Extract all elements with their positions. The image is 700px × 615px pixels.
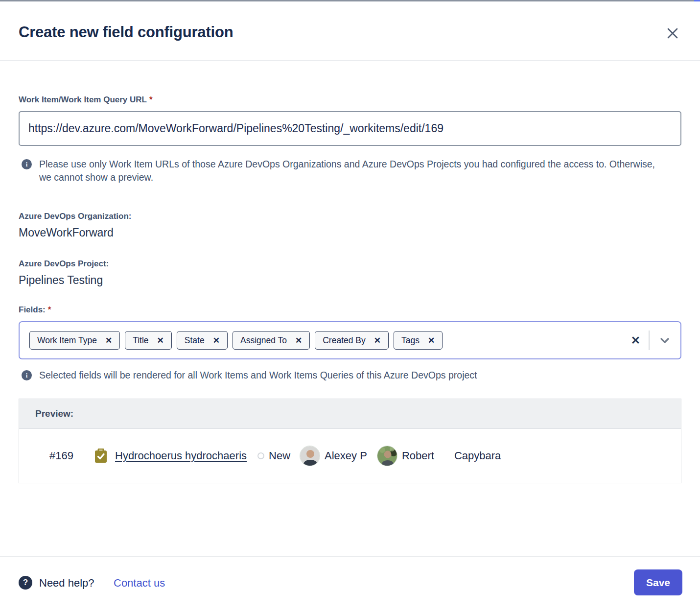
clear-all-icon[interactable]: ✕ (631, 335, 640, 346)
field-chip[interactable]: State✕ (177, 331, 228, 350)
work-item-title-link[interactable]: Hydrochoerus hydrochaeris (115, 449, 247, 462)
work-item-type-icon (94, 449, 107, 463)
work-item-tags: Capybara (454, 449, 501, 462)
fields-note: i Selected fields will be rendered for a… (22, 369, 477, 382)
info-icon: i (22, 370, 32, 380)
preview-panel: Preview: #169 Hydrochoerus hydrochaeris … (19, 399, 681, 483)
url-field-label: Work Item/Work Item Query URL* (19, 95, 153, 105)
close-icon (665, 25, 680, 41)
need-help-label: Need help? (39, 577, 94, 590)
window-top-border (0, 0, 700, 1)
url-note: i Please use only Work Item URLs of thos… (22, 158, 668, 184)
contact-us-link[interactable]: Contact us (114, 577, 165, 590)
field-chip-label: Title (133, 335, 148, 346)
work-item-id: #169 (49, 449, 77, 462)
project-value: Pipelines Testing (19, 274, 103, 287)
assigned-to-avatar (300, 446, 320, 466)
multiselect-controls: ✕ (631, 331, 672, 350)
remove-field-icon[interactable]: ✕ (105, 335, 112, 346)
save-button[interactable]: Save (634, 569, 682, 595)
required-asterisk: * (149, 95, 153, 104)
remove-field-icon[interactable]: ✕ (213, 335, 220, 346)
work-item-url-input[interactable] (19, 111, 681, 146)
close-button[interactable] (661, 22, 684, 45)
help-icon[interactable]: ? (19, 576, 32, 590)
required-asterisk: * (48, 305, 51, 314)
assigned-to-name: Alexey P (325, 449, 367, 462)
state-indicator-icon (257, 452, 264, 459)
field-chip-label: Tags (401, 335, 420, 346)
fields-label: Fields:* (19, 305, 51, 315)
field-chip[interactable]: Title✕ (125, 331, 172, 350)
work-item-state: New (269, 449, 290, 462)
preview-header: Preview: (19, 399, 681, 429)
field-chip[interactable]: Created By✕ (315, 331, 389, 350)
multiselect-divider (649, 331, 650, 350)
created-by-avatar (377, 446, 397, 466)
remove-field-icon[interactable]: ✕ (374, 335, 381, 346)
field-chip-label: Work Item Type (37, 335, 97, 346)
field-chip-label: Assigned To (240, 335, 287, 346)
page-title: Create new field configuration (19, 24, 233, 41)
info-icon: i (22, 159, 32, 169)
field-chip-label: State (185, 335, 205, 346)
field-chip-label: Created By (323, 335, 366, 346)
field-chip[interactable]: Work Item Type✕ (29, 331, 120, 350)
selected-fields-list: Work Item Type✕Title✕State✕Assigned To✕C… (29, 331, 631, 350)
created-by-name: Robert (402, 449, 434, 462)
organization-value: MoveWorkForward (19, 226, 114, 239)
remove-field-icon[interactable]: ✕ (295, 335, 302, 346)
field-chip[interactable]: Tags✕ (394, 331, 443, 350)
remove-field-icon[interactable]: ✕ (428, 335, 435, 346)
preview-work-item-row: #169 Hydrochoerus hydrochaeris New Alexe… (19, 429, 681, 483)
chevron-down-icon[interactable] (658, 333, 672, 347)
fields-note-text: Selected fields will be rendered for all… (39, 369, 477, 382)
organization-label: Azure DevOps Organization: (19, 212, 131, 221)
field-chip[interactable]: Assigned To✕ (233, 331, 310, 350)
footer-divider (0, 556, 700, 557)
fields-multiselect[interactable]: Work Item Type✕Title✕State✕Assigned To✕C… (19, 321, 681, 359)
project-label: Azure DevOps Project: (19, 259, 109, 269)
remove-field-icon[interactable]: ✕ (157, 335, 164, 346)
header-divider (0, 60, 700, 61)
window-top-border-accent (694, 0, 700, 1)
url-note-text: Please use only Work Item URLs of those … (39, 158, 668, 184)
preview-header-label: Preview: (35, 408, 73, 419)
